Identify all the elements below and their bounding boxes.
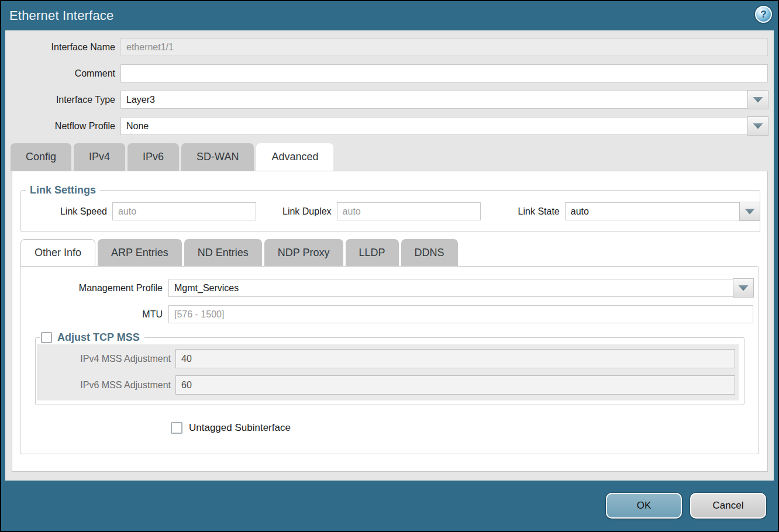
untagged-subinterface-label: Untagged Subinterface: [189, 422, 291, 434]
management-profile-row: Management Profile: [20, 279, 753, 297]
tab-config[interactable]: Config: [11, 143, 71, 171]
netflow-profile-row: Netflow Profile: [5, 117, 768, 135]
link-settings-fieldset: Link Settings Link Speed Link Duplex Lin…: [20, 184, 760, 232]
netflow-profile-dropdown-button[interactable]: [747, 116, 768, 136]
ok-button[interactable]: OK: [606, 493, 682, 519]
ethernet-interface-dialog: Ethernet Interface ? Interface Name Comm…: [1, 1, 778, 531]
ipv4-mss-label: IPv4 MSS Adjustment: [37, 354, 175, 364]
dialog-titlebar: Ethernet Interface ?: [1, 1, 778, 30]
help-icon[interactable]: ?: [755, 6, 772, 23]
link-speed-field[interactable]: [112, 202, 256, 220]
tab-ipv6[interactable]: IPv6: [127, 143, 179, 171]
dialog-body: Interface Name Comment Interface Type: [5, 30, 774, 481]
tab-ndp-proxy[interactable]: NDP Proxy: [264, 239, 343, 266]
ipv6-mss-row: IPv6 MSS Adjustment: [37, 375, 735, 395]
adjust-tcp-mss-legend: Adjust TCP MSS: [57, 331, 140, 344]
cancel-button[interactable]: Cancel: [690, 493, 766, 519]
ipv4-mss-row: IPv4 MSS Adjustment: [37, 349, 735, 368]
management-profile-select[interactable]: [168, 279, 753, 297]
interface-type-dropdown-button[interactable]: [747, 90, 768, 109]
netflow-profile-label: Netflow Profile: [5, 121, 120, 132]
adjust-tcp-mss-checkbox[interactable]: [41, 332, 52, 343]
chevron-down-icon: [753, 123, 763, 129]
chevron-down-icon: [738, 285, 749, 291]
interface-name-field: [120, 38, 768, 56]
untagged-subinterface-row: Untagged Subinterface: [171, 422, 759, 434]
tab-advanced[interactable]: Advanced: [256, 143, 333, 171]
inner-tabstrip: Other Info ARP Entries ND Entries NDP Pr…: [12, 239, 767, 266]
netflow-profile-select[interactable]: [120, 117, 768, 135]
screen: Ethernet Interface ? Interface Name Comm…: [0, 0, 779, 532]
link-state-dropdown-button[interactable]: [739, 202, 760, 221]
advanced-tab-panel: Link Settings Link Speed Link Duplex Lin…: [12, 171, 768, 472]
interface-name-label: Interface Name: [5, 42, 120, 53]
link-state-select[interactable]: [565, 202, 760, 220]
mtu-label: MTU: [20, 309, 168, 320]
tab-arp-entries[interactable]: ARP Entries: [98, 239, 182, 266]
tab-other-info[interactable]: Other Info: [20, 239, 95, 266]
link-settings-legend: Link Settings: [30, 184, 96, 196]
link-state-label: Link State: [518, 206, 565, 217]
untagged-subinterface-checkbox[interactable]: [171, 422, 182, 434]
tab-nd-entries[interactable]: ND Entries: [184, 239, 262, 266]
interface-name-row: Interface Name: [5, 38, 768, 56]
interface-type-label: Interface Type: [5, 95, 120, 105]
link-duplex-label: Link Duplex: [282, 206, 337, 217]
link-speed-label: Link Speed: [21, 206, 112, 217]
tab-lldp[interactable]: LLDP: [346, 239, 399, 266]
ipv6-mss-label: IPv6 MSS Adjustment: [37, 380, 175, 391]
mtu-field[interactable]: [168, 305, 753, 323]
chevron-down-icon: [744, 209, 755, 215]
mss-disabled-region: IPv4 MSS Adjustment IPv6 MSS Adjustment: [37, 344, 739, 400]
tab-sd-wan[interactable]: SD-WAN: [181, 143, 254, 171]
main-tabstrip: Config IPv4 IPv6 SD-WAN Advanced: [5, 143, 774, 171]
link-duplex-field[interactable]: [337, 202, 481, 220]
dialog-title: Ethernet Interface: [9, 8, 113, 23]
adjust-tcp-mss-fieldset: Adjust TCP MSS IPv4 MSS Adjustment IPv6 …: [35, 331, 744, 405]
other-info-panel: Management Profile MTU: [20, 266, 759, 454]
chevron-down-icon: [753, 97, 763, 103]
interface-type-row: Interface Type: [5, 91, 768, 109]
ipv6-mss-field: [175, 375, 735, 395]
dialog-footer: OK Cancel: [1, 481, 778, 531]
comment-field[interactable]: [120, 64, 768, 82]
management-profile-dropdown-button[interactable]: [733, 278, 754, 298]
comment-label: Comment: [5, 68, 120, 79]
ipv4-mss-field: [175, 349, 735, 368]
tab-ipv4[interactable]: IPv4: [74, 143, 125, 171]
interface-type-select[interactable]: [120, 91, 768, 109]
mtu-row: MTU: [20, 305, 753, 323]
tab-ddns[interactable]: DDNS: [401, 239, 458, 266]
management-profile-label: Management Profile: [20, 283, 168, 293]
comment-row: Comment: [5, 64, 768, 82]
